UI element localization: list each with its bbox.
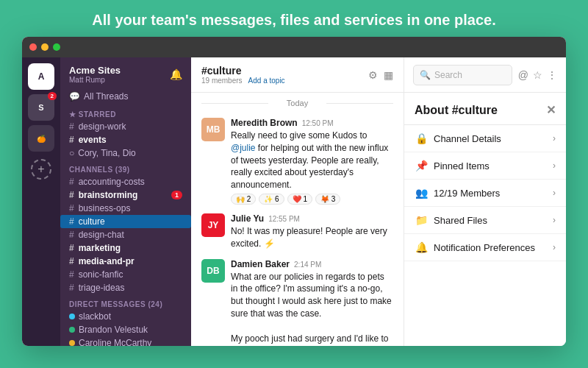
about-item-left: 🔔 Notification Preferences: [415, 241, 535, 253]
sidebar-item-media-and-pr[interactable]: # media-and-pr: [60, 255, 191, 268]
avatar: DB: [201, 259, 225, 283]
dm-icon: ○: [69, 148, 74, 158]
sidebar-item-label: accounting-costs: [79, 177, 145, 187]
reaction[interactable]: 🦊 3: [315, 194, 340, 205]
sidebar-item-brandon[interactable]: Brandon Velestuk: [60, 323, 191, 336]
pin-icon: 📌: [415, 160, 428, 171]
about-item-channel-details[interactable]: 🔒 Channel Details ›: [404, 125, 566, 152]
message-row: MB Meredith Brown 12:50 PM Really need t…: [201, 113, 393, 209]
lock-icon: 🔒: [415, 132, 428, 144]
sidebar-item-label: business-ops: [79, 203, 131, 213]
star-icon[interactable]: ☆: [533, 69, 542, 81]
at-icon[interactable]: @: [518, 69, 528, 81]
sidebar-item-design-work[interactable]: # design-work: [60, 120, 191, 133]
chat-header: #culture 19 members Add a topic ⚙ ▦: [191, 57, 404, 93]
message-time: 2:14 PM: [294, 261, 321, 269]
chevron-right-icon: ›: [553, 160, 556, 171]
sidebar-item-business-ops[interactable]: # business-ops: [60, 202, 191, 215]
hash-icon: #: [69, 269, 74, 280]
chevron-right-icon: ›: [553, 188, 556, 198]
sidebar-item-marketing[interactable]: # marketing: [60, 241, 191, 255]
right-panel-header: 🔍 Search @ ☆ ⋮: [404, 57, 566, 93]
sidebar-item-design-chat[interactable]: # design-chat: [60, 228, 191, 241]
avatar: MB: [201, 118, 225, 141]
about-item-notifications[interactable]: 🔔 Notification Preferences ›: [404, 234, 566, 261]
sidebar-item-label: Cory, Tina, Dio: [78, 148, 135, 158]
about-item-label: Channel Details: [434, 133, 501, 144]
hash-icon: #: [69, 177, 74, 187]
message-author[interactable]: Julie Yu: [231, 213, 264, 224]
hash-icon: #: [69, 243, 74, 253]
about-item-label: 12/19 Members: [434, 188, 500, 199]
about-item-left: 👥 12/19 Members: [415, 187, 500, 199]
sidebar-item-culture[interactable]: # culture: [60, 215, 191, 228]
sidebar-item-label: marketing: [79, 243, 121, 253]
sidebar-item-label: culture: [79, 216, 105, 227]
sidebar-item-slackbot[interactable]: slackbot: [60, 310, 191, 323]
threads-icon: 💬: [69, 91, 80, 102]
presence-dot: [69, 314, 75, 319]
about-header: About #culture ✕: [404, 93, 566, 125]
channel-name: #culture: [201, 65, 285, 77]
about-title: About #culture: [415, 104, 498, 117]
all-threads-item[interactable]: 💬 All Threads: [60, 88, 191, 105]
sidebar-item-label: design-work: [79, 121, 126, 132]
about-item-shared-files[interactable]: 📁 Shared Files ›: [404, 207, 566, 234]
message-header: Damien Baker 2:14 PM: [231, 259, 393, 269]
message-text: Really need to give some Kudos to @julie…: [231, 130, 393, 191]
sidebar-item-triage-ideas[interactable]: # triage-ideas: [60, 281, 191, 294]
right-panel: 🔍 Search @ ☆ ⋮ About #culture ✕ 🔒 Channe…: [404, 57, 566, 346]
hash-icon: #: [69, 121, 74, 132]
hash-icon: #: [69, 216, 74, 227]
sidebar-item-accounting-costs[interactable]: # accounting-costs: [60, 175, 191, 188]
sidebar: Acme Sites Matt Rump 🔔 💬 All Threads ★ S…: [60, 57, 191, 346]
message-header: Julie Yu 12:55 PM: [231, 213, 393, 224]
reaction[interactable]: ❤️ 1: [287, 194, 312, 205]
traffic-light-red[interactable]: [29, 43, 37, 51]
main-chat: #culture 19 members Add a topic ⚙ ▦ Toda…: [191, 57, 404, 346]
settings-icon[interactable]: ⚙: [368, 69, 378, 81]
add-topic-link[interactable]: Add a topic: [248, 77, 285, 85]
messages-area: Today MB Meredith Brown 12:50 PM Really …: [191, 93, 404, 346]
sidebar-item-brainstorming[interactable]: # brainstorming 1: [60, 188, 191, 202]
message-author[interactable]: Damien Baker: [231, 259, 290, 269]
traffic-light-yellow[interactable]: [41, 43, 49, 51]
search-placeholder: Search: [434, 70, 462, 80]
hash-icon: #: [69, 283, 74, 293]
traffic-light-green[interactable]: [53, 43, 60, 51]
about-item-label: Notification Preferences: [434, 242, 535, 253]
about-item-pinned[interactable]: 📌 Pinned Items ›: [404, 152, 566, 180]
sidebar-item-label: Brandon Velestuk: [79, 325, 148, 335]
chevron-right-icon: ›: [553, 242, 556, 252]
hash-icon: #: [69, 190, 74, 200]
reaction[interactable]: ✨ 6: [259, 194, 284, 205]
reaction[interactable]: 🙌 2: [231, 194, 256, 205]
starred-label: ★ STARRED: [60, 105, 191, 120]
about-item-members[interactable]: 👥 12/19 Members ›: [404, 180, 566, 207]
layout-icon[interactable]: ▦: [384, 69, 393, 81]
about-item-left: 📁 Shared Files: [415, 214, 487, 226]
sidebar-item-sonic-fanfic[interactable]: # sonic-fanfic: [60, 268, 191, 281]
members-icon: 👥: [415, 187, 428, 199]
message-content: Meredith Brown 12:50 PM Really need to g…: [231, 118, 393, 205]
presence-dot: [69, 340, 75, 346]
message-time: 12:50 PM: [302, 119, 334, 127]
bell-icon[interactable]: 🔔: [170, 68, 182, 80]
avatar: JY: [201, 213, 225, 237]
workspace-header: Acme Sites Matt Rump 🔔: [60, 57, 191, 88]
files-icon: 📁: [415, 214, 428, 226]
more-icon[interactable]: ⋮: [547, 69, 557, 81]
workspace-icon[interactable]: A: [28, 63, 54, 90]
message-author[interactable]: Meredith Brown: [231, 118, 298, 128]
workspace-icon-2[interactable]: S 2: [28, 94, 54, 121]
message-content: Julie Yu 12:55 PM No! It was my pleasure…: [231, 213, 393, 250]
search-box[interactable]: 🔍 Search: [413, 65, 512, 85]
close-icon[interactable]: ✕: [546, 103, 556, 117]
workspace-name[interactable]: Acme Sites: [69, 65, 121, 76]
message-header: Meredith Brown 12:50 PM: [231, 118, 393, 128]
sidebar-item-caroline[interactable]: Caroline McCarthy: [60, 336, 191, 346]
sidebar-item-cory-tina[interactable]: ○ Cory, Tina, Dio: [60, 146, 191, 160]
workspace-icon-3[interactable]: 🍊: [28, 125, 54, 152]
sidebar-item-events[interactable]: # events: [60, 133, 191, 146]
add-workspace-button[interactable]: +: [31, 159, 51, 180]
